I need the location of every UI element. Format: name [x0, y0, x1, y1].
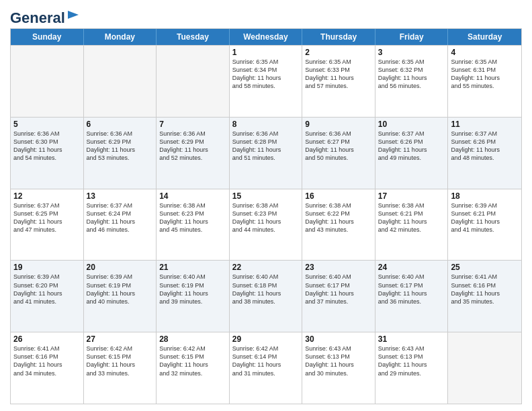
weekday-header-sunday: Sunday — [11, 29, 84, 45]
weekday-header-thursday: Thursday — [302, 29, 375, 45]
day-info: Sunrise: 6:37 AM Sunset: 6:26 PM Dayligh… — [451, 130, 519, 163]
day-cell-24: 24Sunrise: 6:40 AM Sunset: 6:17 PM Dayli… — [375, 261, 449, 332]
day-info: Sunrise: 6:37 AM Sunset: 6:25 PM Dayligh… — [13, 201, 81, 234]
day-cell-5: 5Sunrise: 6:36 AM Sunset: 6:30 PM Daylig… — [11, 118, 84, 189]
day-cell-13: 13Sunrise: 6:37 AM Sunset: 6:24 PM Dayli… — [84, 189, 157, 261]
calendar-body: 1Sunrise: 6:35 AM Sunset: 6:34 PM Daylig… — [11, 45, 521, 404]
day-number: 14 — [159, 191, 226, 201]
day-number: 13 — [87, 191, 154, 201]
day-number: 25 — [451, 263, 519, 272]
day-cell-18: 18Sunrise: 6:39 AM Sunset: 6:21 PM Dayli… — [448, 189, 521, 261]
day-cell-25: 25Sunrise: 6:41 AM Sunset: 6:16 PM Dayli… — [448, 261, 521, 332]
calendar-row-3: 19Sunrise: 6:39 AM Sunset: 6:20 PM Dayli… — [11, 260, 521, 332]
day-number: 28 — [159, 334, 226, 344]
day-info: Sunrise: 6:42 AM Sunset: 6:15 PM Dayligh… — [87, 345, 154, 377]
weekday-header-tuesday: Tuesday — [157, 29, 230, 45]
weekday-header-saturday: Saturday — [448, 29, 521, 45]
day-number: 21 — [159, 263, 226, 272]
weekday-header-friday: Friday — [375, 29, 449, 45]
day-number: 26 — [13, 334, 81, 344]
day-info: Sunrise: 6:36 AM Sunset: 6:29 PM Dayligh… — [159, 130, 226, 163]
day-info: Sunrise: 6:36 AM Sunset: 6:29 PM Dayligh… — [87, 130, 154, 163]
day-number: 24 — [378, 263, 445, 272]
svg-marker-0 — [68, 11, 79, 19]
day-cell-7: 7Sunrise: 6:36 AM Sunset: 6:29 PM Daylig… — [157, 118, 230, 189]
day-cell-1: 1Sunrise: 6:35 AM Sunset: 6:34 PM Daylig… — [230, 46, 303, 117]
calendar-row-2: 12Sunrise: 6:37 AM Sunset: 6:25 PM Dayli… — [11, 189, 521, 261]
day-info: Sunrise: 6:38 AM Sunset: 6:22 PM Dayligh… — [305, 201, 372, 234]
page: General SundayMondayTuesdayWednesdayThur… — [0, 0, 532, 411]
day-info: Sunrise: 6:36 AM Sunset: 6:28 PM Dayligh… — [232, 130, 300, 163]
day-cell-26: 26Sunrise: 6:41 AM Sunset: 6:16 PM Dayli… — [11, 332, 84, 404]
day-cell-9: 9Sunrise: 6:36 AM Sunset: 6:27 PM Daylig… — [302, 118, 375, 189]
day-info: Sunrise: 6:40 AM Sunset: 6:19 PM Dayligh… — [159, 273, 226, 306]
header: General — [10, 7, 522, 23]
logo: General — [10, 9, 81, 23]
day-cell-31: 31Sunrise: 6:43 AM Sunset: 6:13 PM Dayli… — [375, 332, 449, 404]
empty-cell — [11, 46, 84, 117]
day-info: Sunrise: 6:35 AM Sunset: 6:34 PM Dayligh… — [232, 58, 300, 91]
day-info: Sunrise: 6:37 AM Sunset: 6:26 PM Dayligh… — [378, 130, 445, 163]
day-cell-11: 11Sunrise: 6:37 AM Sunset: 6:26 PM Dayli… — [448, 118, 521, 189]
day-info: Sunrise: 6:37 AM Sunset: 6:24 PM Dayligh… — [87, 201, 154, 234]
calendar: SundayMondayTuesdayWednesdayThursdayFrid… — [10, 28, 522, 404]
day-number: 15 — [232, 191, 300, 201]
day-cell-15: 15Sunrise: 6:38 AM Sunset: 6:23 PM Dayli… — [230, 189, 303, 261]
day-number: 2 — [305, 48, 372, 57]
empty-cell — [157, 46, 230, 117]
day-cell-6: 6Sunrise: 6:36 AM Sunset: 6:29 PM Daylig… — [84, 118, 157, 189]
day-info: Sunrise: 6:41 AM Sunset: 6:16 PM Dayligh… — [451, 273, 519, 306]
day-cell-12: 12Sunrise: 6:37 AM Sunset: 6:25 PM Dayli… — [11, 189, 84, 261]
day-number: 1 — [232, 48, 300, 57]
day-info: Sunrise: 6:40 AM Sunset: 6:17 PM Dayligh… — [378, 273, 445, 306]
day-info: Sunrise: 6:40 AM Sunset: 6:18 PM Dayligh… — [232, 273, 300, 306]
day-number: 18 — [451, 191, 519, 201]
weekday-header-monday: Monday — [84, 29, 157, 45]
day-info: Sunrise: 6:36 AM Sunset: 6:30 PM Dayligh… — [13, 130, 81, 163]
calendar-header: SundayMondayTuesdayWednesdayThursdayFrid… — [11, 29, 521, 45]
day-info: Sunrise: 6:35 AM Sunset: 6:33 PM Dayligh… — [305, 58, 372, 91]
weekday-header-wednesday: Wednesday — [230, 29, 303, 45]
day-number: 6 — [87, 120, 154, 129]
day-number: 20 — [87, 263, 154, 272]
day-info: Sunrise: 6:43 AM Sunset: 6:13 PM Dayligh… — [378, 345, 445, 377]
day-cell-22: 22Sunrise: 6:40 AM Sunset: 6:18 PM Dayli… — [230, 261, 303, 332]
day-number: 31 — [378, 334, 445, 344]
day-number: 27 — [87, 334, 154, 344]
day-cell-8: 8Sunrise: 6:36 AM Sunset: 6:28 PM Daylig… — [230, 118, 303, 189]
day-number: 22 — [232, 263, 300, 272]
day-number: 4 — [451, 48, 519, 57]
day-number: 3 — [378, 48, 445, 57]
day-number: 8 — [232, 120, 300, 129]
day-info: Sunrise: 6:39 AM Sunset: 6:21 PM Dayligh… — [451, 201, 519, 234]
day-cell-16: 16Sunrise: 6:38 AM Sunset: 6:22 PM Dayli… — [302, 189, 375, 261]
day-info: Sunrise: 6:38 AM Sunset: 6:23 PM Dayligh… — [159, 201, 226, 234]
day-number: 17 — [378, 191, 445, 201]
day-cell-27: 27Sunrise: 6:42 AM Sunset: 6:15 PM Dayli… — [84, 332, 157, 404]
empty-cell — [84, 46, 157, 117]
day-info: Sunrise: 6:41 AM Sunset: 6:16 PM Dayligh… — [13, 345, 81, 377]
day-info: Sunrise: 6:38 AM Sunset: 6:23 PM Dayligh… — [232, 201, 300, 234]
day-cell-14: 14Sunrise: 6:38 AM Sunset: 6:23 PM Dayli… — [157, 189, 230, 261]
day-info: Sunrise: 6:36 AM Sunset: 6:27 PM Dayligh… — [305, 130, 372, 163]
calendar-row-0: 1Sunrise: 6:35 AM Sunset: 6:34 PM Daylig… — [11, 45, 521, 117]
day-cell-29: 29Sunrise: 6:42 AM Sunset: 6:14 PM Dayli… — [230, 332, 303, 404]
day-number: 29 — [232, 334, 300, 344]
day-info: Sunrise: 6:42 AM Sunset: 6:14 PM Dayligh… — [232, 345, 300, 377]
day-cell-17: 17Sunrise: 6:38 AM Sunset: 6:21 PM Dayli… — [375, 189, 449, 261]
day-cell-30: 30Sunrise: 6:43 AM Sunset: 6:13 PM Dayli… — [302, 332, 375, 404]
day-number: 12 — [13, 191, 81, 201]
day-info: Sunrise: 6:38 AM Sunset: 6:21 PM Dayligh… — [378, 201, 445, 234]
day-number: 9 — [305, 120, 372, 129]
day-number: 11 — [451, 120, 519, 129]
day-number: 30 — [305, 334, 372, 344]
day-number: 10 — [378, 120, 445, 129]
day-info: Sunrise: 6:39 AM Sunset: 6:20 PM Dayligh… — [13, 273, 81, 306]
day-cell-20: 20Sunrise: 6:39 AM Sunset: 6:19 PM Dayli… — [84, 261, 157, 332]
day-info: Sunrise: 6:35 AM Sunset: 6:31 PM Dayligh… — [451, 58, 519, 91]
day-cell-21: 21Sunrise: 6:40 AM Sunset: 6:19 PM Dayli… — [157, 261, 230, 332]
day-number: 16 — [305, 191, 372, 201]
day-number: 5 — [13, 120, 81, 129]
day-number: 19 — [13, 263, 81, 272]
day-cell-23: 23Sunrise: 6:40 AM Sunset: 6:17 PM Dayli… — [302, 261, 375, 332]
